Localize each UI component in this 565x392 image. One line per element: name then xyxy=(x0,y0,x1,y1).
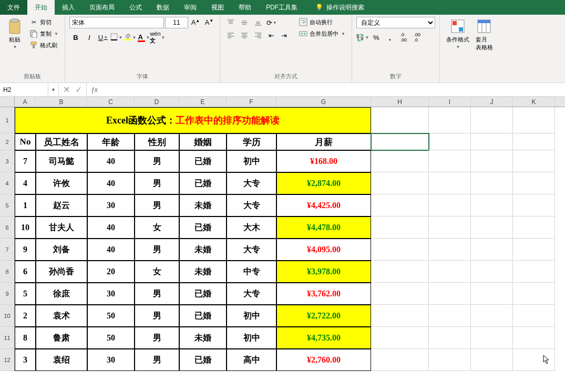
header-cell[interactable]: No xyxy=(15,133,36,150)
data-cell[interactable]: 7 xyxy=(15,150,36,172)
row-header[interactable]: 4 xyxy=(0,172,15,194)
salary-cell[interactable]: ¥4,478.00 xyxy=(276,216,371,239)
salary-cell[interactable]: ¥2,722.00 xyxy=(276,305,371,327)
tab-layout[interactable]: 页面布局 xyxy=(82,0,122,15)
col-header[interactable]: J xyxy=(471,97,513,107)
empty-cell[interactable] xyxy=(513,327,555,349)
empty-cell[interactable] xyxy=(513,283,555,305)
align-top-button[interactable] xyxy=(224,17,237,28)
header-cell[interactable]: 婚姻 xyxy=(179,133,227,150)
col-header[interactable]: E xyxy=(179,97,227,107)
empty-cell[interactable] xyxy=(371,216,429,239)
data-cell[interactable]: 鲁肃 xyxy=(36,327,87,349)
col-header[interactable]: I xyxy=(429,97,471,107)
empty-cell[interactable] xyxy=(471,305,513,327)
data-cell[interactable]: 初中 xyxy=(227,305,276,327)
data-cell[interactable]: 孙尚香 xyxy=(36,261,87,283)
row-header[interactable]: 12 xyxy=(0,349,15,371)
data-cell[interactable]: 许攸 xyxy=(36,172,87,194)
header-cell[interactable]: 学历 xyxy=(227,133,276,150)
empty-cell[interactable] xyxy=(471,283,513,305)
data-cell[interactable]: 袁绍 xyxy=(36,349,87,371)
empty-cell[interactable] xyxy=(371,239,429,261)
format-painter-button[interactable]: 格式刷 xyxy=(27,40,60,50)
data-cell[interactable]: 袁术 xyxy=(36,305,87,327)
empty-cell[interactable] xyxy=(471,327,513,349)
data-cell[interactable]: 未婚 xyxy=(179,327,227,349)
font-color-button[interactable]: A ▼ xyxy=(138,32,150,43)
data-cell[interactable]: 女 xyxy=(135,261,179,283)
data-cell[interactable]: 男 xyxy=(135,194,179,216)
data-cell[interactable]: 5 xyxy=(15,283,36,305)
data-cell[interactable]: 大木 xyxy=(227,216,276,239)
tab-file[interactable]: 文件 xyxy=(0,0,27,15)
row-header[interactable]: 3 xyxy=(0,150,15,172)
data-cell[interactable]: 未婚 xyxy=(179,261,227,283)
empty-cell[interactable] xyxy=(471,133,513,150)
empty-cell[interactable] xyxy=(471,172,513,194)
data-cell[interactable]: 30 xyxy=(87,349,135,371)
empty-cell[interactable] xyxy=(429,239,471,261)
salary-cell[interactable]: ¥4,425.00 xyxy=(276,194,371,216)
data-cell[interactable]: 40 xyxy=(87,239,135,261)
tab-data[interactable]: 数据 xyxy=(149,0,177,15)
data-cell[interactable]: 已婚 xyxy=(179,172,227,194)
empty-cell[interactable] xyxy=(471,194,513,216)
salary-cell[interactable]: ¥168.00 xyxy=(276,150,371,172)
confirm-formula-button[interactable]: ✓ xyxy=(75,85,82,95)
data-cell[interactable]: 已婚 xyxy=(179,305,227,327)
data-cell[interactable]: 男 xyxy=(135,172,179,194)
fill-color-button[interactable]: ▼ xyxy=(124,32,137,43)
data-cell[interactable]: 未婚 xyxy=(179,194,227,216)
data-cell[interactable]: 40 xyxy=(87,216,135,239)
bold-button[interactable]: B xyxy=(69,32,82,43)
empty-cell[interactable] xyxy=(371,107,429,133)
row-header[interactable]: 5 xyxy=(0,194,15,216)
data-cell[interactable]: 甘夫人 xyxy=(36,216,87,239)
col-header[interactable]: B xyxy=(36,97,87,107)
data-cell[interactable]: 50 xyxy=(87,327,135,349)
tab-help[interactable]: 帮助 xyxy=(231,0,259,15)
empty-cell[interactable] xyxy=(371,349,429,371)
conditional-format-button[interactable]: 条件格式 ▼ xyxy=(444,17,471,50)
select-all-corner[interactable] xyxy=(0,97,15,107)
comma-button[interactable]: , xyxy=(384,32,396,43)
data-cell[interactable]: 女 xyxy=(135,216,179,239)
data-cell[interactable]: 20 xyxy=(87,261,135,283)
phonetic-button[interactable]: wén文 ▼ xyxy=(151,32,164,43)
data-cell[interactable]: 初中 xyxy=(227,150,276,172)
formula-input[interactable] xyxy=(102,83,565,96)
align-right-button[interactable] xyxy=(252,29,264,41)
data-cell[interactable]: 已婚 xyxy=(179,349,227,371)
empty-cell[interactable] xyxy=(371,261,429,283)
italic-button[interactable]: I xyxy=(83,32,96,43)
decrease-indent-button[interactable]: ⇤ xyxy=(265,29,278,41)
salary-cell[interactable]: ¥3,978.00 xyxy=(276,261,371,283)
tab-view[interactable]: 视图 xyxy=(204,0,231,15)
data-cell[interactable]: 10 xyxy=(15,216,36,239)
increase-indent-button[interactable]: ⇥ xyxy=(278,29,291,41)
paste-button[interactable]: 粘贴 ▼ xyxy=(4,17,25,50)
col-header[interactable]: H xyxy=(371,97,429,107)
tab-formulas[interactable]: 公式 xyxy=(122,0,149,15)
col-header[interactable]: D xyxy=(135,97,179,107)
data-cell[interactable]: 男 xyxy=(135,305,179,327)
empty-cell[interactable] xyxy=(513,133,555,150)
header-cell[interactable]: 性别 xyxy=(135,133,179,150)
header-cell[interactable]: 月薪 xyxy=(276,133,371,150)
empty-cell[interactable] xyxy=(429,194,471,216)
row-header[interactable]: 7 xyxy=(0,239,15,261)
empty-cell[interactable] xyxy=(513,194,555,216)
data-cell[interactable]: 初中 xyxy=(227,327,276,349)
accounting-format-button[interactable]: 💱▼ xyxy=(356,32,369,43)
decrease-decimal-button[interactable]: .00.0 xyxy=(411,32,424,43)
cancel-formula-button[interactable]: ✕ xyxy=(63,85,70,95)
search-help[interactable]: 💡 操作说明搜索 xyxy=(315,0,364,15)
align-left-button[interactable] xyxy=(224,29,237,41)
empty-cell[interactable] xyxy=(429,133,471,150)
empty-cell[interactable] xyxy=(371,283,429,305)
tab-home[interactable]: 开始 xyxy=(27,0,55,15)
align-center-button[interactable] xyxy=(238,29,251,41)
empty-cell[interactable] xyxy=(429,349,471,371)
data-cell[interactable]: 刘备 xyxy=(36,239,87,261)
